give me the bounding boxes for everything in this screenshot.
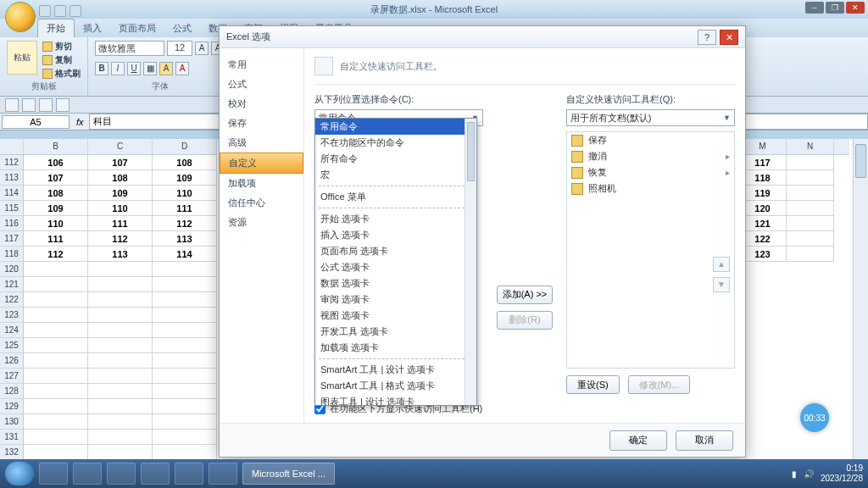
taskbar-explorer-icon[interactable] — [39, 463, 68, 485]
taskbar-chrome-icon[interactable] — [107, 463, 136, 485]
right-columns[interactable]: MN 117118119120121122123 — [739, 139, 849, 262]
qat-undo-icon[interactable] — [54, 5, 66, 17]
dropdown-option[interactable]: 图表工具 | 设计 选项卡 — [315, 394, 476, 406]
taskbar-excel-task[interactable]: Microsoft Excel ... — [242, 463, 335, 485]
dropdown-option[interactable]: SmartArt 工具 | 设计 选项卡 — [315, 362, 476, 378]
copy-button[interactable]: 复制 — [42, 54, 81, 66]
qat-redo-icon[interactable] — [70, 5, 81, 17]
dropdown-option[interactable]: 加载项 选项卡 — [315, 340, 476, 356]
dropdown-option[interactable]: 审阅 选项卡 — [315, 291, 476, 308]
qat2-redo-icon[interactable] — [39, 98, 53, 112]
move-up-button[interactable]: ▲ — [713, 257, 730, 272]
options-category[interactable]: 加载项 — [220, 174, 303, 193]
ribbon-tab[interactable]: 页面布局 — [110, 19, 164, 37]
dropdown-option[interactable]: 视图 选项卡 — [315, 308, 476, 324]
office-button[interactable] — [5, 2, 36, 32]
border-button[interactable]: ▦ — [143, 62, 157, 75]
qat-save-icon[interactable] — [39, 5, 51, 17]
remove-button[interactable]: 删除(R) — [497, 311, 553, 330]
options-category[interactable]: 公式 — [220, 75, 303, 94]
qat-item[interactable]: 照相机 — [567, 180, 734, 197]
ribbon-tab[interactable]: 公式 — [164, 19, 200, 37]
name-box[interactable]: A5 — [2, 115, 70, 129]
dropdown-option[interactable]: 插入 选项卡 — [315, 227, 476, 243]
customize-qat-combo[interactable]: 用于所有文档(默认) ▼ — [566, 109, 735, 126]
dropdown-option[interactable]: 常用命令 — [315, 119, 476, 135]
dropdown-option[interactable]: 不在功能区中的命令 — [315, 135, 476, 151]
tray-network-icon[interactable]: ▮ — [792, 469, 797, 479]
qat2-save-icon[interactable] — [5, 98, 19, 112]
row-headers[interactable]: 1121131141151161171181201211221231241251… — [0, 155, 24, 488]
recording-timer-badge: 00:33 — [800, 403, 829, 432]
tray-sound-icon[interactable]: 🔊 — [804, 469, 814, 479]
dialog-title: Excel 选项 — [226, 30, 270, 43]
options-category[interactable]: 信任中心 — [220, 193, 303, 213]
taskbar-media-icon[interactable] — [141, 463, 170, 485]
grid-cells[interactable]: 1061071081071081091081091101091101111101… — [24, 155, 217, 488]
system-tray[interactable]: ▮ 🔊 0:19 2023/12/28 — [792, 463, 863, 484]
fx-icon[interactable]: fx — [71, 117, 89, 127]
dropdown-option[interactable]: Office 菜单 — [315, 189, 476, 205]
dropdown-option[interactable]: 数据 选项卡 — [315, 275, 476, 291]
modify-button[interactable]: 修改(M)... — [628, 375, 691, 394]
window-close[interactable]: ✕ — [846, 2, 865, 14]
taskbar-lock-icon[interactable] — [175, 463, 203, 485]
window-maximize[interactable]: ❐ — [826, 2, 844, 14]
dropdown-scrollbar[interactable] — [465, 119, 476, 405]
font-name-combo[interactable]: 微软雅黑 — [95, 41, 164, 56]
dropdown-option[interactable]: 所有命令 — [315, 151, 476, 167]
font-size-combo[interactable]: 12 — [167, 41, 192, 56]
underline-button[interactable]: U — [127, 62, 141, 75]
ok-button[interactable]: 确定 — [609, 430, 667, 451]
dropdown-option[interactable]: 页面布局 选项卡 — [315, 243, 476, 259]
bold-button[interactable]: B — [95, 62, 108, 75]
cut-button[interactable]: 剪切 — [42, 41, 81, 53]
options-category[interactable]: 自定义 — [220, 152, 303, 174]
grow-font-button[interactable]: A — [195, 42, 209, 55]
move-down-button[interactable]: ▼ — [713, 277, 730, 292]
window-minimize[interactable]: – — [805, 2, 824, 14]
choose-from-dropdown[interactable]: 常用命令不在功能区中的命令所有命令宏Office 菜单开始 选项卡插入 选项卡页… — [314, 118, 477, 406]
dialog-titlebar[interactable]: Excel 选项 ? ✕ — [220, 26, 745, 48]
options-category[interactable]: 资源 — [220, 213, 303, 232]
font-color-button[interactable]: A — [175, 62, 189, 75]
qat-item[interactable]: 保存 — [567, 132, 734, 148]
options-category[interactable]: 校对 — [220, 94, 303, 114]
ribbon-tab[interactable]: 插入 — [75, 19, 110, 37]
dropdown-option[interactable]: 宏 — [315, 167, 476, 183]
start-button[interactable] — [5, 462, 34, 485]
ribbon-tab[interactable]: 开始 — [37, 19, 75, 37]
tray-clock[interactable]: 0:19 2023/12/28 — [821, 463, 863, 484]
taskbar-ie-icon[interactable] — [73, 463, 102, 485]
dropdown-option[interactable]: 开发工具 选项卡 — [315, 324, 476, 340]
format-painter-button[interactable]: 格式刷 — [42, 68, 81, 80]
dropdown-scroll-thumb[interactable] — [467, 122, 475, 181]
dialog-close-button[interactable]: ✕ — [720, 30, 738, 45]
scroll-thumb[interactable] — [855, 144, 866, 178]
reset-button[interactable]: 重设(S) — [566, 375, 620, 394]
options-category-list[interactable]: 常用公式校对保存高级自定义加载项信任中心资源 — [220, 48, 304, 423]
options-category[interactable]: 高级 — [220, 133, 303, 152]
dialog-help-button[interactable]: ? — [698, 30, 716, 45]
options-category[interactable]: 常用 — [220, 55, 303, 75]
vertical-scrollbar[interactable] — [853, 139, 868, 459]
italic-button[interactable]: I — [111, 62, 125, 75]
add-button[interactable]: 添加(A) >> — [497, 286, 553, 304]
cancel-button[interactable]: 取消 — [676, 430, 733, 451]
fill-color-button[interactable]: A — [159, 62, 173, 75]
reorder-buttons: ▲ ▼ — [713, 257, 730, 292]
qat2-camera-icon[interactable] — [56, 98, 70, 112]
paste-button[interactable]: 粘贴 — [7, 41, 37, 75]
dropdown-option[interactable]: 公式 选项卡 — [315, 259, 476, 275]
column-headers[interactable]: BCD — [0, 139, 217, 155]
taskbar[interactable]: Microsoft Excel ... ▮ 🔊 0:19 2023/12/28 — [0, 459, 868, 488]
qat-item[interactable]: 恢复▸ — [567, 164, 734, 180]
dropdown-option[interactable]: SmartArt 工具 | 格式 选项卡 — [315, 378, 476, 394]
current-qat-list[interactable]: 保存撤消▸恢复▸照相机 — [566, 131, 735, 369]
taskbar-ie2-icon[interactable] — [209, 463, 237, 485]
qat-item[interactable]: 撤消▸ — [567, 148, 734, 164]
options-main-panel: 自定义快速访问工具栏。 从下列位置选择命令(C): 常用命令 ▼ 添加(A) >… — [304, 48, 745, 423]
dropdown-option[interactable]: 开始 选项卡 — [315, 211, 476, 227]
options-category[interactable]: 保存 — [220, 114, 303, 133]
qat2-undo-icon[interactable] — [22, 98, 36, 112]
